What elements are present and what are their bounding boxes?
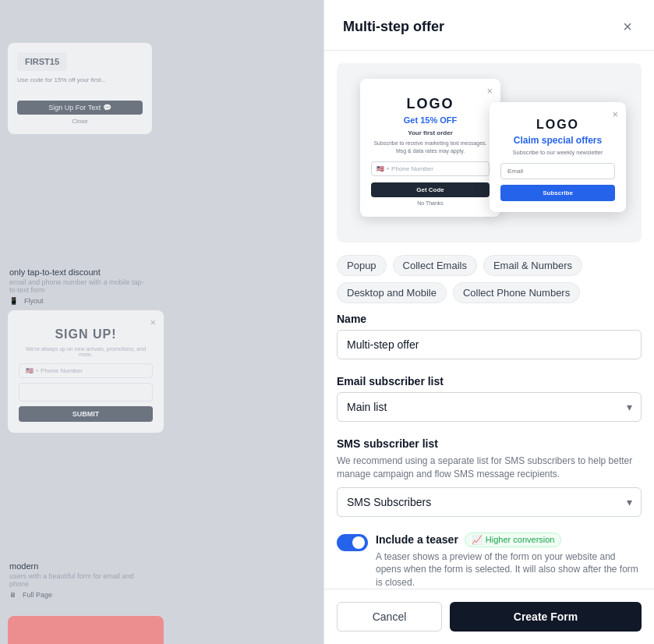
- teaser-toggle[interactable]: [337, 534, 368, 551]
- sms-list-sublabel: We recommend using a separate list for S…: [337, 455, 642, 481]
- teaser-label-row: Include a teaser 📈 Higher conversion: [376, 533, 642, 547]
- preview-popup-1: × LOGO Get 15% OFF Your first order Subs…: [360, 79, 500, 217]
- popup1-button: Get Code: [371, 182, 490, 197]
- conversion-icon: 📈: [472, 535, 483, 545]
- popup2-button: Subscribe: [500, 185, 615, 201]
- name-input[interactable]: [337, 330, 642, 359]
- modal-footer: Cancel Create Form: [324, 589, 654, 644]
- popup1-body: Subscribe to receive marketing text mess…: [371, 140, 490, 155]
- tag-phone-numbers[interactable]: Collect Phone Numbers: [453, 282, 580, 303]
- background-panel: FIRST15 Use code for 15% off your first.…: [0, 0, 323, 644]
- preview-popup-2: × LOGO Claim special offers Subscribe to…: [490, 102, 626, 212]
- teaser-description: A teaser shows a preview of the form on …: [376, 550, 642, 589]
- popup2-body: Subscribe to our weekly newsletter: [500, 149, 615, 156]
- email-list-select-wrapper: Main list ▾: [337, 392, 642, 422]
- higher-conversion-badge: 📈 Higher conversion: [465, 533, 562, 547]
- modal-panel: Multi-step offer × × LOGO Get 15% OFF Yo…: [323, 0, 654, 644]
- teaser-field-group: Include a teaser 📈 Higher conversion A t…: [337, 533, 642, 589]
- form-body: Name Email subscriber list Main list ▾ S…: [324, 313, 654, 589]
- email-list-select[interactable]: Main list: [337, 392, 642, 422]
- name-field-group: Name: [337, 313, 642, 359]
- tag-collect-emails[interactable]: Collect Emails: [393, 255, 477, 276]
- popup1-logo: LOGO: [371, 96, 490, 112]
- popup2-logo: LOGO: [500, 118, 615, 132]
- teaser-label-group: Include a teaser 📈 Higher conversion A t…: [376, 533, 642, 589]
- teaser-main-label: Include a teaser: [376, 533, 458, 546]
- popup1-close-icon: ×: [486, 85, 493, 97]
- popup2-email-input: [500, 163, 615, 179]
- sms-list-field-group: SMS subscriber list We recommend using a…: [337, 437, 642, 517]
- cancel-button[interactable]: Cancel: [337, 602, 442, 632]
- tag-email-numbers[interactable]: Email & Numbers: [483, 255, 582, 276]
- tag-desktop-mobile[interactable]: Desktop and Mobile: [337, 282, 447, 303]
- popup2-subtitle: Claim special offers: [500, 135, 615, 146]
- email-list-label: Email subscriber list: [337, 375, 642, 387]
- popup2-close-icon: ×: [612, 108, 618, 120]
- name-label: Name: [337, 313, 642, 325]
- tags-area: Popup Collect Emails Email & Numbers Des…: [324, 255, 654, 313]
- popup1-subtitle: Get 15% OFF: [371, 115, 490, 125]
- modal-title: Multi-step offer: [343, 19, 444, 35]
- modal-header: Multi-step offer ×: [324, 0, 654, 51]
- create-form-button[interactable]: Create Form: [450, 602, 642, 632]
- email-list-field-group: Email subscriber list Main list ▾: [337, 375, 642, 422]
- teaser-toggle-row: Include a teaser 📈 Higher conversion A t…: [337, 533, 642, 589]
- sms-list-select[interactable]: SMS Subscribers: [337, 487, 642, 517]
- tag-popup[interactable]: Popup: [337, 255, 387, 276]
- badge-label: Higher conversion: [486, 535, 555, 544]
- preview-area: × LOGO Get 15% OFF Your first order Subs…: [337, 63, 642, 242]
- sms-list-select-wrapper: SMS Subscribers ▾: [337, 487, 642, 517]
- sms-list-label: SMS subscriber list: [337, 437, 642, 450]
- close-button[interactable]: ×: [620, 16, 635, 37]
- popup1-phone-input: 🇺🇸 + Phone Number: [371, 161, 490, 176]
- popup1-link: No Thanks: [371, 200, 490, 206]
